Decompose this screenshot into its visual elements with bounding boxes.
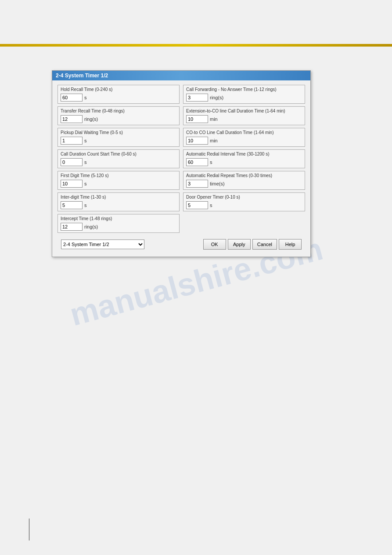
- first-digit-time-row: s: [61, 180, 176, 188]
- co-to-co-line-label: CO-to CO Line Call Duration Time (1-64 m…: [186, 130, 302, 135]
- page-dropdown[interactable]: 2-4 System Timer 1/2 2-4 System Timer 2/…: [61, 239, 144, 249]
- extension-to-co-line-row: min: [186, 115, 302, 123]
- extension-to-co-line-unit: min: [210, 116, 218, 122]
- door-opener-timer-label: Door Opener Timer (0-10 s): [186, 195, 302, 200]
- first-digit-time-unit: s: [84, 181, 87, 186]
- call-duration-count-start-time-row: s: [61, 158, 176, 166]
- automatic-redial-repeat-group: Automatic Redial Repeat Times (0-30 time…: [183, 171, 305, 190]
- ok-button[interactable]: OK: [203, 239, 226, 250]
- dialog-titlebar: 2-4 System Timer 1/2: [52, 71, 310, 80]
- fields-grid: Hold Recall Time (0-240 s) s Transfer Re…: [58, 85, 305, 236]
- pickup-dial-waiting-time-input[interactable]: [61, 137, 83, 145]
- help-button[interactable]: Help: [279, 239, 302, 250]
- intercept-time-label: Intercept Time (1-48 rings): [61, 216, 176, 221]
- call-forwarding-no-answer-input[interactable]: [186, 94, 208, 102]
- transfer-recall-time-group: Transfer Recall Time (0-48 rings) ring(s…: [58, 106, 180, 125]
- intercept-time-row: ring(s): [61, 223, 176, 231]
- first-digit-time-input[interactable]: [61, 180, 83, 188]
- transfer-recall-time-label: Transfer Recall Time (0-48 rings): [61, 109, 176, 113]
- hold-recall-time-row: s: [61, 94, 176, 102]
- hold-recall-time-label: Hold Recall Time (0-240 s): [61, 87, 176, 92]
- hold-recall-time-unit: s: [84, 95, 87, 100]
- automatic-redial-interval-unit: s: [210, 160, 212, 165]
- co-to-co-line-group: CO-to CO Line Call Duration Time (1-64 m…: [183, 128, 305, 147]
- inter-digit-time-label: Inter-digit Time (1-30 s): [61, 195, 176, 200]
- inter-digit-time-input[interactable]: [61, 201, 83, 209]
- automatic-redial-interval-input[interactable]: [186, 158, 208, 166]
- pickup-dial-waiting-time-group: Pickup Dial Waiting Time (0-5 s) s: [58, 128, 180, 147]
- automatic-redial-interval-group: Automatic Redial Interval Time (30-1200 …: [183, 149, 305, 168]
- automatic-redial-repeat-label: Automatic Redial Repeat Times (0-30 time…: [186, 173, 302, 178]
- call-duration-count-start-time-unit: s: [84, 160, 87, 165]
- automatic-redial-interval-row: s: [186, 158, 302, 166]
- first-digit-time-group: First Digit Time (5-120 s) s: [58, 171, 180, 190]
- dialog-bottom: 2-4 System Timer 1/2 2-4 System Timer 2/…: [58, 236, 305, 253]
- left-column: Hold Recall Time (0-240 s) s Transfer Re…: [58, 85, 180, 236]
- pickup-dial-waiting-time-row: s: [61, 137, 176, 145]
- right-column: Call Forwarding - No Answer Time (1-12 r…: [183, 85, 305, 236]
- call-forwarding-no-answer-row: ring(s): [186, 94, 302, 102]
- automatic-redial-repeat-row: time(s): [186, 180, 302, 188]
- door-opener-timer-row: s: [186, 201, 302, 209]
- automatic-redial-repeat-unit: time(s): [210, 181, 225, 186]
- automatic-redial-interval-label: Automatic Redial Interval Time (30-1200 …: [186, 152, 302, 156]
- hold-recall-time-input[interactable]: [61, 94, 83, 102]
- button-group: OK Apply Cancel Help: [203, 239, 302, 250]
- door-opener-timer-unit: s: [210, 203, 212, 208]
- intercept-time-input[interactable]: [61, 223, 83, 231]
- apply-button[interactable]: Apply: [228, 239, 251, 250]
- top-decorative-bar: [0, 44, 392, 47]
- call-duration-count-start-time-input[interactable]: [61, 158, 83, 166]
- automatic-redial-repeat-input[interactable]: [186, 180, 208, 188]
- cancel-button[interactable]: Cancel: [252, 239, 277, 250]
- dialog-title: 2-4 System Timer 1/2: [56, 73, 108, 79]
- door-opener-timer-input[interactable]: [186, 201, 208, 209]
- intercept-time-group: Intercept Time (1-48 rings) ring(s): [58, 214, 180, 233]
- call-forwarding-no-answer-group: Call Forwarding - No Answer Time (1-12 r…: [183, 85, 305, 104]
- inter-digit-time-unit: s: [84, 203, 87, 208]
- transfer-recall-time-input[interactable]: [61, 115, 83, 123]
- inter-digit-time-row: s: [61, 201, 176, 209]
- dialog-body: Hold Recall Time (0-240 s) s Transfer Re…: [52, 80, 310, 257]
- call-duration-count-start-time-label: Call Duration Count Start Time (0-60 s): [61, 152, 176, 156]
- extension-to-co-line-input[interactable]: [186, 115, 208, 123]
- extension-to-co-line-group: Extension-to-CO line Call Duration Time …: [183, 106, 305, 125]
- co-to-co-line-row: min: [186, 137, 302, 145]
- left-margin-line: [29, 519, 29, 540]
- transfer-recall-time-unit: ring(s): [84, 116, 98, 122]
- pickup-dial-waiting-time-unit: s: [84, 138, 87, 143]
- intercept-time-unit: ring(s): [84, 224, 98, 229]
- pickup-dial-waiting-time-label: Pickup Dial Waiting Time (0-5 s): [61, 130, 176, 135]
- extension-to-co-line-label: Extension-to-CO line Call Duration Time …: [186, 109, 302, 113]
- call-forwarding-no-answer-label: Call Forwarding - No Answer Time (1-12 r…: [186, 87, 302, 92]
- hold-recall-time-group: Hold Recall Time (0-240 s) s: [58, 85, 180, 104]
- first-digit-time-label: First Digit Time (5-120 s): [61, 173, 176, 178]
- call-duration-count-start-time-group: Call Duration Count Start Time (0-60 s) …: [58, 149, 180, 168]
- system-timer-dialog: 2-4 System Timer 1/2 Hold Recall Time (0…: [52, 70, 311, 257]
- door-opener-timer-group: Door Opener Timer (0-10 s) s: [183, 192, 305, 211]
- call-forwarding-no-answer-unit: ring(s): [210, 95, 223, 100]
- inter-digit-time-group: Inter-digit Time (1-30 s) s: [58, 192, 180, 211]
- co-to-co-line-unit: min: [210, 138, 218, 143]
- transfer-recall-time-row: ring(s): [61, 115, 176, 123]
- co-to-co-line-input[interactable]: [186, 137, 208, 145]
